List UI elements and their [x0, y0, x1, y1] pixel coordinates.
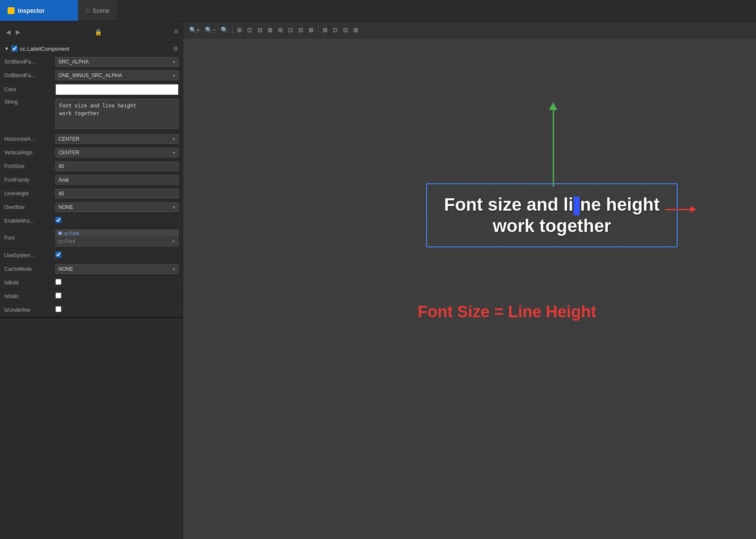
tool-2[interactable]: ⊡ [245, 26, 254, 34]
is-bold-checkbox[interactable] [55, 279, 61, 285]
y-axis-arrow [549, 102, 557, 187]
tool-7[interactable]: ⊟ [297, 26, 305, 34]
scene-label-text: Font size and line heightwork together [444, 194, 660, 237]
tool-8[interactable]: ⊠ [307, 26, 315, 34]
tool-6[interactable]: ⊡ [286, 26, 295, 34]
overflow-label: Overflow [4, 204, 55, 210]
scene-tab[interactable]: ⬡ Scene [78, 0, 118, 21]
tool-1[interactable]: ⊞ [235, 26, 244, 34]
src-blend-select[interactable]: SRC_ALPHA [55, 57, 179, 67]
nav-prev-button[interactable]: ◀ [4, 28, 12, 36]
vertical-align-row: VerticalAlign CENTER [0, 146, 183, 159]
x-axis-arrow [665, 206, 696, 213]
component-enabled-checkbox[interactable] [12, 46, 17, 52]
overflow-row: Overflow NONE [0, 200, 183, 214]
tool-9[interactable]: ⊞ [321, 26, 329, 34]
cache-mode-row: CacheMode NONE [0, 262, 183, 276]
tool-11[interactable]: ⊟ [341, 26, 350, 34]
horizontal-align-select-wrapper: CENTER [55, 134, 179, 144]
font-size-input[interactable] [55, 162, 179, 171]
color-picker[interactable] [55, 84, 179, 95]
use-system-font-checkbox[interactable] [55, 252, 61, 258]
inspector-menu-button[interactable]: ≡ [174, 27, 179, 36]
dst-blend-select[interactable]: ONE_MINUS_SRC_ALPHA [55, 71, 179, 80]
string-textarea[interactable]: Font size and line height work together [55, 99, 179, 129]
dst-blend-select-wrapper: ONE_MINUS_SRC_ALPHA [55, 71, 179, 80]
horizontal-align-select[interactable]: CENTER [55, 134, 179, 144]
font-size-row: FontSize [0, 159, 183, 173]
scene-tab-label: Scene [92, 7, 110, 14]
font-field-tag: cc.Font [56, 230, 178, 237]
lock-button[interactable]: 🔒 [95, 29, 102, 35]
tool-3[interactable]: ⊟ [256, 26, 264, 34]
color-label: Color [4, 87, 55, 93]
is-italic-value [55, 293, 179, 300]
is-bold-label: IsBold [4, 280, 55, 286]
nav-next-button[interactable]: ▶ [14, 28, 22, 36]
zoom-out-button[interactable]: 🔍− [203, 26, 217, 34]
font-field-tag-text: cc.Font [63, 231, 79, 236]
inspector-nav: ◀ ▶ [4, 28, 22, 36]
src-blend-label: SrcBlendFa... [4, 59, 55, 65]
scene-label-box[interactable]: Font size and line heightwork together [426, 183, 678, 247]
enable-wrap-checkbox[interactable] [55, 217, 61, 223]
is-bold-row: IsBold [0, 276, 183, 290]
scene-panel: 🔍+ 🔍− 🔍 ⊞ ⊡ ⊟ ⊠ ⊞ ⊡ ⊟ ⊠ ⊞ ⊡ ⊟ ⊠ [183, 21, 756, 539]
top-bar: Inspector ⬡ Scene [0, 0, 756, 21]
font-family-row: FontFamily [0, 173, 183, 187]
use-system-font-value [55, 252, 179, 259]
is-italic-label: IsItalic [4, 293, 55, 299]
font-field-value-row: cc.Font ↗ [56, 237, 178, 246]
scene-tab-icon: ⬡ [86, 8, 90, 14]
horizontal-align-value: CENTER [55, 134, 179, 144]
inspector-tab[interactable]: Inspector [0, 0, 78, 21]
src-blend-select-wrapper: SRC_ALPHA [55, 57, 179, 67]
cache-mode-select[interactable]: NONE [55, 264, 179, 274]
font-field-value-text: cc.Font [58, 238, 170, 244]
font-field: cc.Font cc.Font ↗ [55, 229, 179, 246]
inspector-tab-icon [8, 7, 14, 14]
tool-5[interactable]: ⊞ [276, 26, 285, 34]
font-size-caption: Font Size = Line Height [418, 303, 596, 321]
string-label: String [4, 99, 55, 105]
y-axis-line [553, 110, 554, 187]
zoom-fit-button[interactable]: 🔍 [219, 26, 230, 34]
cache-mode-select-wrapper: NONE [55, 264, 179, 274]
is-bold-value [55, 279, 179, 286]
x-axis-arrowhead [690, 206, 696, 213]
toolbar-separator-1 [232, 26, 233, 34]
toolbar-separator-2 [318, 26, 318, 34]
component-collapse-arrow[interactable]: ▼ [4, 46, 9, 51]
dst-blend-row: DstBlendFa... ONE_MINUS_SRC_ALPHA [0, 69, 183, 82]
tool-4[interactable]: ⊠ [266, 26, 274, 34]
scene-viewport[interactable]: Font size and line heightwork together F… [183, 38, 756, 539]
is-underline-checkbox[interactable] [55, 306, 61, 312]
font-select-button[interactable]: ↗ [170, 238, 176, 245]
component-gear-icon[interactable]: ⚙ [173, 45, 179, 52]
tool-10[interactable]: ⊡ [331, 26, 340, 34]
enable-wrap-value [55, 217, 179, 224]
line-height-value [55, 189, 179, 198]
font-family-input[interactable] [55, 175, 179, 185]
line-height-label: LineHeight [4, 191, 55, 197]
inspector-tab-label: Inspector [18, 7, 45, 14]
section-divider [0, 317, 183, 319]
vertical-align-value: CENTER [55, 148, 179, 157]
tool-12[interactable]: ⊠ [352, 26, 360, 34]
overflow-select[interactable]: NONE [55, 203, 179, 212]
font-size-label: FontSize [4, 163, 55, 169]
vertical-align-select-wrapper: CENTER [55, 148, 179, 157]
vertical-align-select[interactable]: CENTER [55, 148, 179, 157]
font-family-value [55, 175, 179, 185]
dst-blend-value: ONE_MINUS_SRC_ALPHA [55, 71, 179, 80]
line-height-row: LineHeight [0, 187, 183, 200]
font-family-label: FontFamily [4, 177, 55, 183]
dst-blend-label: DstBlendFa... [4, 72, 55, 78]
line-height-input[interactable] [55, 189, 179, 198]
horizontal-align-label: HorizontalA... [4, 136, 55, 142]
font-size-value [55, 162, 179, 171]
is-italic-checkbox[interactable] [55, 293, 61, 298]
cache-mode-value: NONE [55, 264, 179, 274]
scene-toolbar: 🔍+ 🔍− 🔍 ⊞ ⊡ ⊟ ⊠ ⊞ ⊡ ⊟ ⊠ ⊞ ⊡ ⊟ ⊠ [183, 21, 756, 38]
zoom-in-button[interactable]: 🔍+ [188, 26, 202, 34]
